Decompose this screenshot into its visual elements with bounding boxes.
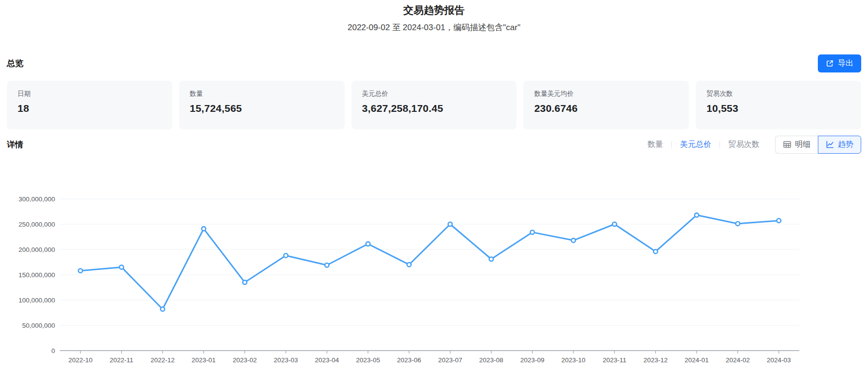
x-axis-label: 2023-06	[397, 356, 422, 364]
data-point[interactable]	[612, 222, 616, 226]
external-link-icon	[826, 59, 834, 68]
page-title: 交易趋势报告	[0, 4, 868, 17]
y-axis-label: 300,000,000	[18, 195, 55, 203]
y-axis-label: 250,000,000	[18, 221, 55, 228]
tab-quantity[interactable]: 数量	[646, 140, 664, 150]
stat-label: 数量	[190, 89, 334, 98]
report-header: 交易趋势报告 2022-09-02 至 2024-03-01，编码描述包含"ca…	[0, 0, 868, 33]
overview-cards: 日期 18 数量 15,724,565 美元总价 3,627,258,170.4…	[7, 81, 861, 129]
stat-value: 18	[18, 103, 162, 114]
data-point[interactable]	[736, 222, 739, 226]
data-point[interactable]	[161, 307, 165, 311]
trend-chart-container: 050,000,000100,000,000150,000,000200,000…	[0, 164, 868, 372]
data-point[interactable]	[284, 253, 288, 257]
export-button[interactable]: 导出	[818, 54, 861, 72]
trend-line	[80, 215, 779, 309]
x-axis-label: 2022-11	[110, 356, 133, 364]
stat-card-usd-total: 美元总价 3,627,258,170.45	[351, 81, 517, 129]
page-subtitle: 2022-09-02 至 2024-03-01，编码描述包含"car"	[0, 22, 868, 33]
tab-divider	[720, 141, 720, 148]
stat-card-trade-count: 贸易次数 10,553	[696, 81, 861, 129]
data-point[interactable]	[448, 222, 452, 226]
data-point[interactable]	[695, 213, 699, 217]
data-point[interactable]	[119, 265, 123, 269]
data-point[interactable]	[530, 230, 534, 234]
x-axis-label: 2023-11	[603, 356, 627, 364]
stat-label: 贸易次数	[706, 89, 850, 98]
data-point[interactable]	[202, 227, 205, 230]
trend-view-button[interactable]: 趋势	[818, 136, 861, 154]
data-point[interactable]	[407, 263, 411, 266]
x-axis-label: 2024-03	[767, 356, 791, 364]
report-page: 交易趋势报告 2022-09-02 至 2024-03-01，编码描述包含"ca…	[0, 0, 868, 372]
stat-label: 美元总价	[362, 89, 506, 98]
x-axis-label: 2023-03	[274, 356, 298, 364]
trend-view-label: 趋势	[838, 140, 853, 150]
stat-card-date: 日期 18	[7, 81, 172, 129]
data-point[interactable]	[243, 280, 247, 284]
stat-value: 10,553	[706, 103, 850, 114]
x-axis-label: 2023-01	[192, 356, 216, 364]
stat-value: 3,627,258,170.45	[362, 103, 506, 114]
detail-view-button[interactable]: 明细	[775, 136, 818, 154]
x-axis-label: 2023-10	[561, 356, 586, 364]
overview-header-row: 总览 导出	[0, 53, 868, 74]
tab-trade-count[interactable]: 贸易次数	[727, 140, 760, 150]
stat-value: 230.6746	[534, 103, 678, 114]
data-point[interactable]	[366, 242, 370, 246]
x-axis-label: 2023-05	[356, 356, 380, 364]
table-icon	[783, 140, 792, 149]
data-point[interactable]	[325, 263, 329, 267]
stat-card-quantity: 数量 15,724,565	[179, 81, 345, 129]
data-point[interactable]	[653, 249, 657, 253]
detail-view-label: 明细	[795, 140, 811, 150]
trend-icon	[826, 140, 834, 149]
tab-divider	[671, 141, 672, 148]
x-axis-label: 2022-12	[150, 356, 175, 364]
data-point[interactable]	[489, 257, 493, 261]
x-axis-label: 2023-12	[644, 356, 668, 364]
y-axis-label: 50,000,000	[22, 322, 55, 329]
stat-card-avg-usd-price: 数量美元均价 230.6746	[523, 81, 689, 129]
x-axis-label: 2024-01	[684, 356, 709, 364]
x-axis-label: 2023-07	[438, 356, 462, 364]
y-axis-label: 0	[51, 347, 55, 354]
y-axis-label: 200,000,000	[18, 246, 55, 253]
stat-label: 数量美元均价	[534, 89, 678, 98]
x-axis-label: 2023-02	[233, 356, 257, 364]
trend-chart[interactable]: 050,000,000100,000,000150,000,000200,000…	[0, 164, 868, 372]
y-axis-label: 100,000,000	[18, 297, 55, 304]
stat-label: 日期	[18, 89, 162, 98]
x-axis-label: 2024-02	[726, 356, 750, 364]
detail-header-row: 详情 数量 美元总价 贸易次数 明细	[0, 135, 868, 154]
tab-usd-total[interactable]: 美元总价	[679, 140, 712, 150]
detail-controls: 数量 美元总价 贸易次数 明细	[646, 136, 861, 154]
x-axis-label: 2023-04	[315, 356, 339, 364]
stat-value: 15,724,565	[190, 103, 334, 114]
detail-section-title: 详情	[7, 139, 23, 150]
data-point[interactable]	[78, 268, 82, 272]
view-toggle-group: 明细 趋势	[775, 136, 861, 154]
x-axis-label: 2023-08	[479, 356, 503, 364]
export-button-label: 导出	[838, 58, 853, 69]
metric-tabs: 数量 美元总价 贸易次数	[646, 140, 760, 150]
data-point[interactable]	[777, 219, 781, 223]
y-axis-label: 150,000,000	[18, 271, 55, 279]
x-axis-label: 2023-09	[520, 356, 545, 364]
overview-section-title: 总览	[7, 58, 23, 69]
x-axis-label: 2022-10	[68, 356, 92, 364]
data-point[interactable]	[572, 238, 575, 242]
